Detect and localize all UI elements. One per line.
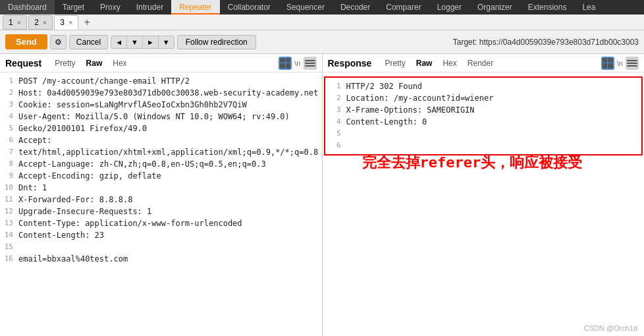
request-panel-header: Request Pretty Raw Hex \n: [0, 54, 322, 72]
request-tab-pretty[interactable]: Pretty: [49, 57, 80, 69]
nav-item-proxy[interactable]: Proxy: [92, 0, 128, 14]
response-icon-grid[interactable]: [601, 57, 614, 70]
response-panel-toolbar: \n: [601, 57, 639, 70]
request-icon-grid[interactable]: [279, 57, 292, 70]
request-line-row: 4User-Agent: Mozilla/5.0 (Windows NT 10.…: [0, 111, 322, 123]
response-line-number: 2: [328, 92, 346, 104]
response-line-number: 3: [328, 104, 346, 116]
tab-3[interactable]: 3×: [54, 15, 78, 30]
nav-item-repeater[interactable]: Repeater: [171, 0, 219, 14]
response-line-row: 4Content-Length: 0: [328, 116, 639, 128]
line-content: POST /my-account/change-email HTTP/2: [18, 75, 322, 87]
request-line-row: 8Accept-Language: zh-CN,zh;q=0.8,en-US;q…: [0, 158, 322, 170]
request-line-row: 13Content-Type: application/x-www-form-u…: [0, 217, 322, 229]
tab-close-2[interactable]: ×: [43, 18, 47, 26]
response-ln-label: \n: [617, 59, 623, 67]
response-line-row: 5: [328, 128, 639, 140]
cancel-button[interactable]: Cancel: [69, 35, 108, 49]
response-line-row: 2Location: /my-account?id=wiener: [328, 92, 639, 104]
next-arrow-down2[interactable]: ▼: [158, 36, 174, 48]
nav-item-logger[interactable]: Logger: [429, 0, 470, 14]
line-number: 13: [0, 217, 18, 229]
line-number: 15: [0, 241, 18, 253]
line-content: Content-Length: 23: [18, 229, 322, 241]
line-number: 16: [0, 253, 18, 265]
line-content: Gecko/20100101 Firefox/49.0: [18, 123, 322, 134]
line-number: 3: [0, 99, 18, 111]
line-number: 1: [0, 75, 18, 87]
response-panel: Response Pretty Raw Hex Render \n 1HTTP/…: [323, 54, 645, 336]
line-content: X-Forwarded-For: 8.8.8.8: [18, 194, 322, 206]
response-icon-menu[interactable]: [626, 57, 639, 70]
response-tab-pretty[interactable]: Pretty: [379, 57, 410, 69]
request-tab-hex[interactable]: Hex: [107, 57, 132, 69]
tab-close-1[interactable]: ×: [17, 18, 21, 26]
line-number: 9: [0, 170, 18, 182]
response-line-row: 3X-Frame-Options: SAMEORIGIN: [328, 104, 639, 116]
response-panel-header: Response Pretty Raw Hex Render \n: [323, 54, 645, 72]
request-line-row: 9Accept-Encoding: gzip, deflate: [0, 170, 322, 182]
line-number: 2: [0, 87, 18, 99]
nav-item-sequencer[interactable]: Sequencer: [279, 0, 333, 14]
next-arrow-down[interactable]: ▼: [126, 36, 142, 48]
nav-item-organizer[interactable]: Organizer: [470, 0, 520, 14]
response-tab-hex[interactable]: Hex: [437, 57, 462, 69]
request-line-row: 10Dnt: 1: [0, 182, 322, 194]
line-content: Accept-Language: zh-CN,zh;q=0.8,en-US;q=…: [18, 158, 322, 170]
request-panel: Request Pretty Raw Hex \n 1POST /my-acco…: [0, 54, 323, 336]
line-number: 10: [0, 182, 18, 194]
line-content: Accept:: [18, 134, 322, 146]
tabs-row: 1×2×3×+: [0, 14, 644, 30]
nav-item-decoder[interactable]: Decoder: [333, 0, 378, 14]
nav-item-target[interactable]: Target: [55, 0, 92, 14]
response-line-row: 6: [328, 140, 639, 152]
request-panel-toolbar: \n: [279, 57, 316, 70]
line-number: 6: [0, 134, 18, 146]
request-tab-raw[interactable]: Raw: [81, 57, 108, 69]
line-content: Cookie: session=sLaNgMrvflASeoIoCxbn3Gh0…: [18, 99, 322, 111]
nav-item-intruder[interactable]: Intruder: [128, 0, 171, 14]
nav-item-comparer[interactable]: Comparer: [378, 0, 429, 14]
response-tab-render[interactable]: Render: [462, 57, 498, 69]
watermark: CSDN @Orch1d: [584, 324, 637, 332]
prev-arrow[interactable]: ◄: [111, 36, 126, 48]
request-line-row: 14Content-Length: 23: [0, 229, 322, 241]
navigation-arrows: ◄ ▼ ► ▼: [111, 36, 174, 49]
annotation-text: 完全去掉referer头，响应被接受: [362, 152, 583, 173]
nav-item-collaborator[interactable]: Collaborator: [220, 0, 279, 14]
response-editor[interactable]: 1HTTP/2 302 Found2Location: /my-account?…: [323, 72, 645, 336]
line-content: Dnt: 1: [18, 182, 322, 194]
follow-redirection-button[interactable]: Follow redirection: [177, 35, 256, 49]
tab-close-3[interactable]: ×: [68, 18, 72, 26]
nav-item-lea[interactable]: Lea: [574, 0, 603, 14]
tab-add-button[interactable]: +: [80, 16, 94, 28]
gear-button[interactable]: ⚙: [50, 35, 67, 49]
nav-item-dashboard[interactable]: Dashboard: [0, 0, 55, 14]
line-content: text/html,application/xhtml+xml,applicat…: [18, 146, 322, 158]
response-line-content: X-Frame-Options: SAMEORIGIN: [346, 104, 639, 116]
line-number: 14: [0, 229, 18, 241]
send-button[interactable]: Send: [5, 34, 47, 49]
line-number: 4: [0, 111, 18, 123]
request-editor[interactable]: 1POST /my-account/change-email HTTP/22Ho…: [0, 72, 322, 336]
line-content: Accept-Encoding: gzip, deflate: [18, 170, 322, 182]
request-title: Request: [5, 58, 41, 69]
response-tab-raw[interactable]: Raw: [411, 57, 438, 69]
request-line-row: 6Accept:: [0, 134, 322, 146]
response-line-content: HTTP/2 302 Found: [346, 80, 639, 92]
line-number: 7: [0, 146, 18, 158]
target-url: Target: https://0a4d0059039e793e803d71db…: [453, 38, 639, 47]
request-line-row: 12Upgrade-Insecure-Requests: 1: [0, 206, 322, 217]
tab-2[interactable]: 2×: [28, 15, 53, 30]
next-arrow[interactable]: ►: [142, 36, 158, 48]
line-content: User-Agent: Mozilla/5.0 (Windows NT 10.0…: [18, 111, 322, 123]
request-icon-menu[interactable]: [304, 57, 317, 70]
response-line-number: 4: [328, 116, 346, 128]
tab-1[interactable]: 1×: [3, 15, 27, 30]
line-content: Host: 0a4d0059039e793e803d71db00c30038.w…: [18, 87, 322, 99]
request-line-row: 5Gecko/20100101 Firefox/49.0: [0, 123, 322, 134]
nav-item-extensions[interactable]: Extensions: [520, 0, 575, 14]
response-line-number: 6: [328, 140, 346, 152]
request-line-row: 1POST /my-account/change-email HTTP/2: [0, 75, 322, 87]
request-line-row: 11X-Forwarded-For: 8.8.8.8: [0, 194, 322, 206]
